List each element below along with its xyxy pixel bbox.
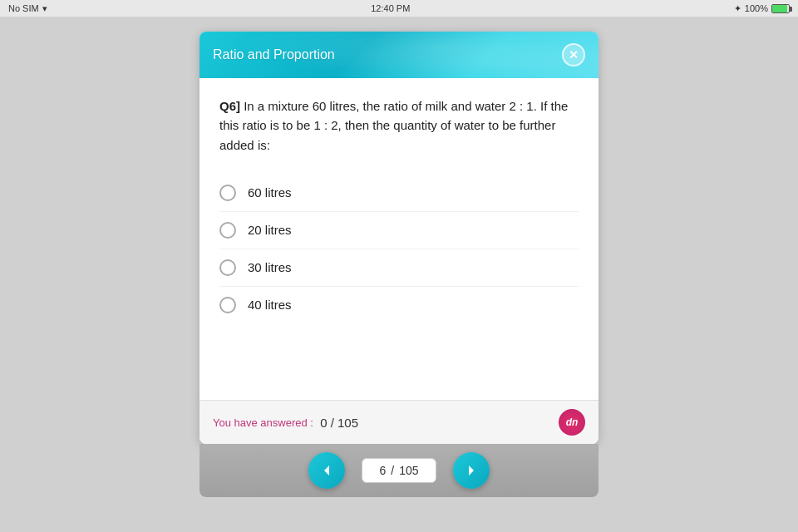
card-header: Ratio and Proportion ✕ [200,32,598,78]
option-a-label: 60 litres [248,185,292,200]
radio-a[interactable] [219,185,236,201]
total-pages: 105 [399,464,418,477]
battery-icon [771,4,790,13]
answered-label: You have answered : [213,416,313,429]
logo-area: dn [559,409,585,436]
next-button[interactable] [453,452,490,489]
question-area: Q6] In a mixture 60 litres, the ratio of… [200,78,598,168]
nav-bar: 6 / 105 [200,444,598,497]
close-icon: ✕ [569,48,579,62]
option-a[interactable]: 60 litres [219,175,579,212]
radio-b[interactable] [219,222,236,239]
page-indicator: 6 / 105 [362,458,436,483]
close-button[interactable]: ✕ [562,43,585,66]
option-b[interactable]: 20 litres [219,212,579,249]
radio-d[interactable] [219,297,236,313]
page-separator: / [391,464,394,477]
status-bar: No SIM ▾ 12:40 PM ✦ 100% [0,0,798,17]
answered-section: You have answered : 0 / 105 [213,416,358,430]
option-b-label: 20 litres [248,223,292,237]
signal-icon: ▾ [42,3,47,14]
bottom-bar: You have answered : 0 / 105 dn [200,400,598,444]
current-page: 6 [379,464,386,477]
question-text: Q6] In a mixture 60 litres, the ratio of… [219,96,579,155]
header-title: Ratio and Proportion [213,47,335,62]
option-d[interactable]: 40 litres [219,287,579,323]
question-label: Q6] [219,99,240,113]
status-left: No SIM ▾ [8,3,47,14]
option-d-label: 40 litres [248,298,292,312]
logo-icon: dn [566,416,579,428]
option-c[interactable]: 30 litres [219,249,579,287]
battery-label: 100% [745,3,768,13]
card-content: Q6] In a mixture 60 litres, the ratio of… [200,78,598,400]
chevron-left-icon [320,464,333,477]
status-time: 12:40 PM [371,3,410,13]
prev-button[interactable] [308,452,345,489]
status-right: ✦ 100% [734,3,790,14]
main-card: Ratio and Proportion ✕ Q6] In a mixture … [200,32,598,444]
svg-marker-0 [324,466,329,475]
options-area: 60 litres 20 litres 30 litres 40 litres [200,168,598,337]
answered-count: 0 / 105 [317,416,358,430]
carrier-label: No SIM [8,3,39,13]
svg-marker-1 [469,466,474,475]
card-body: Q6] In a mixture 60 litres, the ratio of… [200,78,598,444]
logo-badge: dn [559,409,585,436]
bluetooth-icon: ✦ [734,3,741,14]
question-body: In a mixture 60 litres, the ratio of mil… [219,99,568,152]
radio-c[interactable] [219,259,236,276]
option-c-label: 30 litres [248,260,292,274]
chevron-right-icon [465,464,478,477]
